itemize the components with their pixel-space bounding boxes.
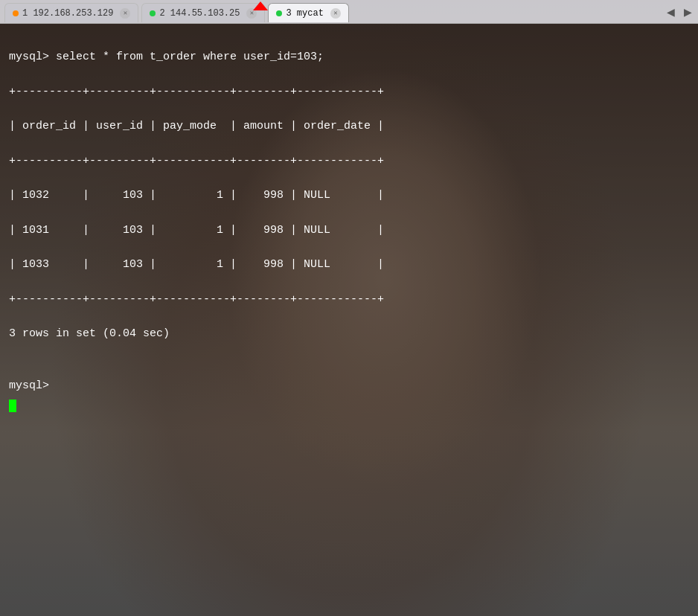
table-separator-bottom: +----------+---------+-----------+------…: [9, 293, 384, 306]
tab-1-close-button[interactable]: ✕: [120, 8, 130, 19]
table-header: | order_id | user_id | pay_mode | amount…: [9, 120, 384, 132]
tab-bar: 1 192.168.253.129 ✕ 2 144.55.103.25 ✕ 3 …: [0, 0, 698, 24]
tab-1-status-dot: [13, 10, 19, 16]
mysql-prompt: mysql>: [9, 379, 56, 392]
sql-command: mysql> select * from t_order where user_…: [9, 51, 324, 63]
terminal-window: 1 192.168.253.129 ✕ 2 144.55.103.25 ✕ 3 …: [0, 0, 698, 616]
table-separator-top: +----------+---------+-----------+------…: [9, 86, 384, 98]
table-row-1: | 1032 | 103 | 1 | 998 | NULL |: [9, 189, 384, 202]
table-row-2: | 1031 | 103 | 1 | 998 | NULL |: [9, 224, 384, 237]
tab-3-close-button[interactable]: ✕: [330, 8, 341, 19]
terminal-output: mysql> select * from t_order where user_…: [9, 31, 689, 429]
terminal-cursor: [9, 400, 16, 412]
tab-arrow-indicator: [253, 1, 268, 10]
tab-3-status-dot: [276, 10, 282, 16]
terminal-content-area[interactable]: mysql> select * from t_order where user_…: [0, 24, 698, 616]
tab-2-status-dot: [150, 10, 156, 16]
tab-3-label: 3 mycat: [286, 8, 323, 19]
tab-2-label: 2 144.55.103.25: [159, 8, 240, 19]
tab-prev-button[interactable]: ◀: [664, 4, 678, 19]
tab-1-label: 1 192.168.253.129: [22, 8, 113, 19]
tab-2[interactable]: 2 144.55.103.25 ✕: [141, 3, 265, 22]
tab-1[interactable]: 1 192.168.253.129 ✕: [4, 3, 138, 22]
table-row-3: | 1033 | 103 | 1 | 998 | NULL |: [9, 258, 384, 271]
tab-navigation: ◀ ▶: [664, 4, 695, 19]
tab-3[interactable]: 3 mycat ✕: [268, 3, 348, 22]
tab-next-button[interactable]: ▶: [681, 4, 695, 19]
table-separator-mid: +----------+---------+-----------+------…: [9, 155, 384, 167]
result-summary: 3 rows in set (0.04 sec): [9, 327, 170, 340]
